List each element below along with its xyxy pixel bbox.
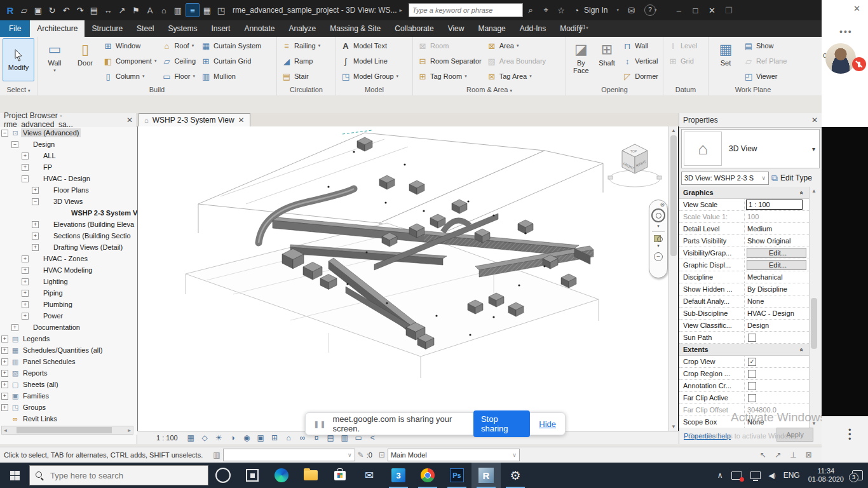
tree-item[interactable]: + Elevations (Building Eleva: [0, 219, 137, 230]
property-row[interactable]: Visibility/Grap... Edit...: [679, 247, 809, 259]
view-type-dropdown[interactable]: 3D View: WSHP 2-3 S∨: [681, 172, 769, 185]
ribbon-tab[interactable]: Architecture: [30, 20, 85, 37]
tree-expander[interactable]: −: [11, 141, 18, 148]
properties-close-icon[interactable]: ✕: [811, 116, 818, 125]
volume-icon[interactable]: ◀): [769, 471, 775, 480]
taskbar-task-view[interactable]: [238, 463, 267, 488]
screen-share-tray-icon[interactable]: [731, 471, 742, 480]
property-value[interactable]: Design: [745, 322, 804, 329]
tree-expander[interactable]: +: [32, 244, 39, 251]
design-options-icon[interactable]: ⊡: [379, 451, 385, 459]
tree-item[interactable]: + ALL: [0, 150, 137, 161]
hide-isolate-icon[interactable]: ∞: [298, 433, 308, 442]
tree-item[interactable]: + ▥ Panel Schedules: [0, 356, 137, 367]
property-row[interactable]: Parts Visibility Show Original: [679, 235, 809, 247]
scrollbar-thumb[interactable]: [17, 427, 112, 433]
zoom-icon[interactable]: [654, 234, 663, 242]
zoom-caret-icon[interactable]: ▾: [657, 243, 660, 248]
aligned-dimension-icon[interactable]: ↗: [116, 4, 128, 17]
viewer-button[interactable]: ◰Viewer: [742, 69, 789, 84]
navbar-close-icon[interactable]: ⊗: [660, 201, 665, 208]
project-browser-header[interactable]: Project Browser - rme_advanced_sa... ✕: [0, 113, 137, 128]
tree-item[interactable]: − Design: [0, 139, 137, 150]
property-row[interactable]: Sun Path: [679, 332, 809, 344]
roof-button[interactable]: ⌂Roof▾: [159, 38, 198, 53]
taskbar-search-input[interactable]: [49, 470, 191, 481]
property-value[interactable]: HVAC - Design: [745, 309, 804, 317]
network-icon[interactable]: [750, 471, 761, 479]
section-collapse-icon[interactable]: «: [799, 348, 806, 351]
ribbon-tab[interactable]: Collaborate: [388, 20, 440, 37]
tree-item[interactable]: + Drafting Views (Detail): [0, 241, 137, 253]
property-value[interactable]: Edit...: [747, 248, 806, 258]
search-icon[interactable]: ⌕: [523, 5, 538, 15]
panel-label-room-area[interactable]: Room & Area ▾: [413, 85, 566, 95]
ribbon-display-toggle[interactable]: ⊡ ▾: [580, 23, 588, 31]
hide-link[interactable]: Hide: [539, 419, 556, 429]
model-line-button[interactable]: ∫Model Line: [339, 53, 400, 69]
tree-item[interactable]: + Piping: [0, 287, 137, 299]
tree-expander[interactable]: +: [22, 313, 29, 320]
taskbar-edge[interactable]: [267, 463, 296, 488]
signin-caret-icon[interactable]: ▾: [616, 8, 619, 13]
show-button[interactable]: ▤Show: [742, 38, 789, 53]
property-row[interactable]: Annotation Cr...: [679, 380, 809, 392]
curtain-grid-button[interactable]: ⊞Curtain Grid: [199, 53, 263, 69]
by-face-button[interactable]: ◪By Face: [569, 38, 593, 85]
set-button[interactable]: ▦Set: [711, 38, 740, 85]
scrollbar-thumb[interactable]: [811, 298, 817, 349]
detail-level-icon[interactable]: ▦: [186, 433, 196, 442]
ribbon-tab[interactable]: Manage: [471, 20, 512, 37]
tree-item[interactable]: WSHP 2-3 System V: [0, 207, 137, 219]
mullion-button[interactable]: ▥Mullion: [199, 69, 263, 84]
language-indicator[interactable]: ENG: [783, 471, 800, 480]
ramp-button[interactable]: ◢Ramp: [280, 53, 322, 69]
browser-horizontal-scrollbar[interactable]: ◂ ▸: [1, 426, 133, 435]
scroll-down-icon[interactable]: ▼: [669, 423, 678, 431]
panel-close-icon[interactable]: ✕: [853, 4, 860, 13]
taskbar-file-explorer[interactable]: [296, 463, 325, 488]
tree-item[interactable]: + HVAC - Zones: [0, 253, 137, 264]
property-row[interactable]: Graphics «: [679, 187, 809, 199]
select-pinned-icon[interactable]: ⊥: [789, 451, 798, 459]
kebab-menu-icon[interactable]: •••: [848, 428, 851, 441]
undo-icon[interactable]: ↶: [60, 4, 72, 17]
taskbar-photoshop[interactable]: Ps: [442, 463, 471, 488]
property-value[interactable]: ✓: [748, 358, 756, 366]
tree-expander[interactable]: +: [11, 324, 18, 331]
sign-in-label[interactable]: Sign In: [584, 6, 607, 15]
panel-label-datum[interactable]: Datum: [663, 85, 708, 95]
panel-label-model[interactable]: Model: [336, 85, 412, 95]
tree-expander[interactable]: +: [1, 347, 8, 354]
tree-item[interactable]: + Sections (Building Sectio: [0, 230, 137, 241]
properties-header[interactable]: Properties ✕: [679, 113, 822, 128]
tree-expander[interactable]: −: [22, 175, 29, 182]
tree-item[interactable]: + ▢ Sheets (all): [0, 379, 137, 390]
tray-chevron-icon[interactable]: ∧: [717, 471, 723, 480]
floor-button[interactable]: ▭Floor▾: [159, 69, 198, 84]
taskbar-store[interactable]: [325, 463, 355, 488]
tree-expander[interactable]: +: [1, 370, 8, 377]
property-row[interactable]: Far Clip Active: [679, 392, 809, 404]
tree-expander[interactable]: +: [22, 152, 29, 159]
panel-label-build[interactable]: Build: [37, 85, 276, 95]
ceiling-button[interactable]: ▱Ceiling: [159, 53, 198, 69]
drawing-area[interactable]: TOP FRONT RIGHT: [137, 126, 668, 431]
component-button[interactable]: ◧Component▾: [101, 53, 158, 69]
edit-type-button[interactable]: ⧉ Edit Type: [771, 173, 812, 184]
stop-sharing-button[interactable]: Stop sharing: [473, 410, 530, 437]
area-button[interactable]: ⊠Area▾: [485, 38, 548, 53]
tree-item[interactable]: + HVAC Modeling: [0, 264, 137, 276]
property-row[interactable]: Graphic Displ... Edit...: [679, 259, 809, 271]
property-value[interactable]: 100: [745, 213, 804, 220]
navigation-bar[interactable]: ⊗ ▾ ▾ –: [649, 200, 668, 278]
property-row[interactable]: Default Analy... None: [679, 295, 809, 308]
ribbon-tab[interactable]: Massing & Site: [323, 20, 388, 37]
tree-expander[interactable]: +: [22, 164, 29, 171]
tree-expander[interactable]: +: [22, 255, 29, 262]
type-selector-box[interactable]: ⌂ 3D View ▾: [681, 129, 820, 168]
save-icon[interactable]: ▣: [32, 4, 44, 17]
close-hidden-windows-icon[interactable]: ▦: [201, 4, 214, 17]
ribbon-tab[interactable]: Systems: [161, 20, 204, 37]
ribbon-tab[interactable]: Annotate: [237, 20, 281, 37]
